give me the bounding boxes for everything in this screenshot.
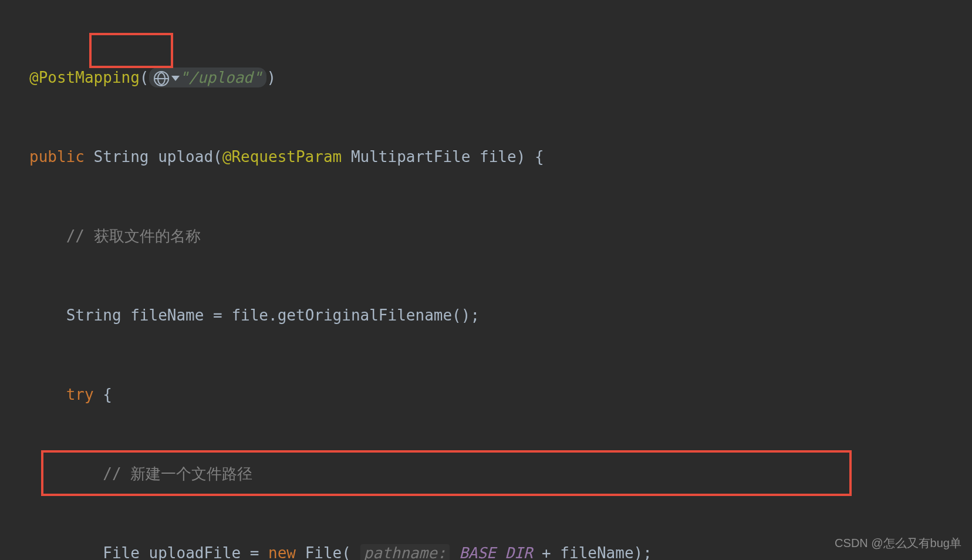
comment: // 新建一个文件路径 [103,465,252,483]
parameter-hint: pathname: [360,544,450,560]
code-line: @PostMapping("/upload") [29,65,943,91]
code-line: public String upload(@RequestParam Multi… [29,144,943,170]
code-line: String fileName = file.getOriginalFilena… [29,302,943,329]
chevron-down-icon [171,76,180,81]
globe-icon [154,71,169,86]
code-line: // 新建一个文件路径 [29,461,943,487]
return-type: String [94,148,149,166]
annotation: @PostMapping [29,69,140,86]
comment: // 获取文件的名称 [66,227,201,245]
code-line: // 获取文件的名称 [29,223,943,249]
url-mapping-pill[interactable]: "/upload" [149,68,267,87]
code-line: try { [29,382,943,408]
code-line: File uploadFile = new File( pathname: BA… [29,540,943,560]
code-editor[interactable]: @PostMapping("/upload") public String up… [0,0,972,560]
watermark: CSDN @怎么又有bug单 [835,530,961,556]
